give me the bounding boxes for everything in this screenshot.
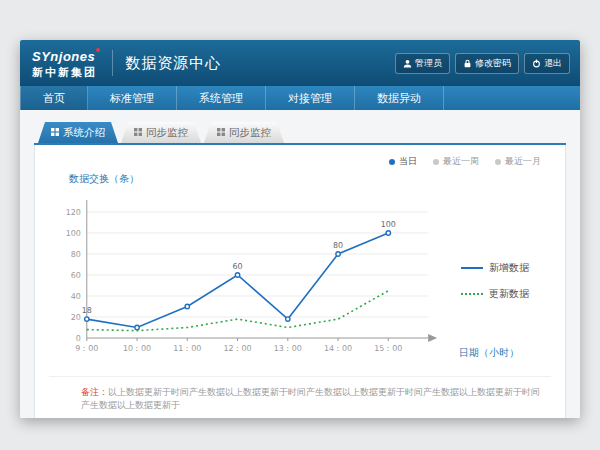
logout-button[interactable]: 退出 [524, 53, 570, 74]
page-title: 数据资源中心 [125, 54, 221, 73]
svg-text:120: 120 [66, 208, 81, 217]
grid-icon [51, 122, 59, 143]
tab-sync-monitor-1[interactable]: 同步监控 [121, 122, 201, 143]
dotted-line-icon [461, 293, 483, 295]
svg-text:12：00: 12：00 [223, 344, 251, 353]
svg-text:14：00: 14：00 [324, 344, 352, 353]
series-legend: 新增数据 更新数据 日期（小时） [455, 186, 555, 376]
legend-item-update-data[interactable]: 更新数据 [461, 287, 555, 301]
legend-item-new-data[interactable]: 新增数据 [461, 261, 555, 275]
grid-icon [134, 122, 142, 143]
svg-text:100: 100 [381, 220, 396, 229]
svg-text:9：00: 9：00 [75, 344, 98, 353]
svg-text:80: 80 [333, 241, 343, 250]
user-icon [403, 59, 412, 68]
filter-last-week[interactable]: 最近一周 [433, 155, 479, 168]
filter-today[interactable]: 当日 [389, 155, 417, 168]
admin-button-label: 管理员 [415, 57, 442, 70]
svg-text:15：00: 15：00 [374, 344, 402, 353]
svg-text:60: 60 [71, 271, 81, 280]
svg-text:10：00: 10：00 [123, 344, 151, 353]
svg-text:18: 18 [82, 306, 92, 315]
svg-text:0: 0 [76, 334, 81, 343]
y-axis-title: 数据交换（条） [45, 168, 555, 186]
legend-label: 更新数据 [489, 287, 529, 301]
filter-label: 当日 [399, 155, 417, 168]
grid-icon [217, 122, 225, 143]
svg-text:80: 80 [71, 250, 81, 259]
tab-label: 同步监控 [229, 122, 271, 143]
legend-dot-icon [389, 159, 395, 165]
x-axis-title: 日期（小时） [459, 346, 519, 360]
nav-item-standard-mgmt[interactable]: 标准管理 [88, 86, 177, 110]
footnote: 备注：以上数据更新于时间产生数据以上数据更新于时间产生数据以上数据更新于时间产生… [49, 376, 551, 418]
line-chart: 0204060801001209：0010：0011：0012：0013：001… [45, 186, 455, 376]
filter-label: 最近一月 [505, 155, 541, 168]
power-icon [532, 59, 541, 68]
lock-icon [463, 59, 472, 68]
filter-last-month[interactable]: 最近一月 [495, 155, 541, 168]
tab-bar: 系统介绍 同步监控 同步监控 [34, 122, 566, 143]
legend-dot-icon [433, 159, 439, 165]
tab-label: 同步监控 [146, 122, 188, 143]
chart-row: 0204060801001209：0010：0011：0012：0013：001… [45, 186, 555, 376]
solid-line-icon [461, 267, 483, 269]
svg-text:60: 60 [233, 262, 243, 271]
footnote-text: 以上数据更新于时间产生数据以上数据更新于时间产生数据以上数据更新于时间产生数据以… [81, 387, 540, 410]
nav-item-data-change[interactable]: 数据异动 [355, 86, 444, 110]
logo-text: SYnjones [32, 49, 95, 64]
admin-button[interactable]: 管理员 [395, 53, 450, 74]
footnote-label: 备注： [81, 387, 108, 397]
logout-label: 退出 [544, 57, 562, 70]
nav-item-connection-mgmt[interactable]: 对接管理 [266, 86, 355, 110]
logo-red-dot [96, 48, 100, 52]
brand-logo: SYnjones 新中新集团 [32, 48, 100, 78]
filter-label: 最近一周 [443, 155, 479, 168]
tab-sync-monitor-2[interactable]: 同步监控 [204, 122, 284, 143]
main-nav: 首页 标准管理 系统管理 对接管理 数据异动 [20, 86, 580, 110]
user-actions: 管理员 修改密码 退出 [395, 53, 570, 74]
content-area: 系统介绍 同步监控 同步监控 当日 [20, 110, 580, 418]
header-divider [112, 50, 113, 76]
app-window: SYnjones 新中新集团 数据资源中心 管理员 修改密码 [20, 40, 580, 418]
change-password-label: 修改密码 [475, 57, 511, 70]
logo-company-name: 新中新集团 [32, 67, 100, 78]
nav-item-system-mgmt[interactable]: 系统管理 [177, 86, 266, 110]
chart-panel: 当日 最近一周 最近一月 数据交换（条） 0204060801001209：00… [34, 145, 566, 418]
svg-text:13：00: 13：00 [274, 344, 302, 353]
legend-label: 新增数据 [489, 261, 529, 275]
legend-dot-icon [495, 159, 501, 165]
svg-text:100: 100 [66, 229, 81, 238]
app-header: SYnjones 新中新集团 数据资源中心 管理员 修改密码 [20, 40, 580, 86]
nav-item-home[interactable]: 首页 [20, 86, 88, 110]
svg-text:40: 40 [71, 292, 81, 301]
svg-text:11：00: 11：00 [173, 344, 201, 353]
time-filter-legend: 当日 最近一周 最近一月 [45, 145, 555, 168]
tab-label: 系统介绍 [63, 122, 105, 143]
change-password-button[interactable]: 修改密码 [455, 53, 519, 74]
svg-text:20: 20 [71, 313, 81, 322]
tab-system-intro[interactable]: 系统介绍 [38, 122, 118, 143]
